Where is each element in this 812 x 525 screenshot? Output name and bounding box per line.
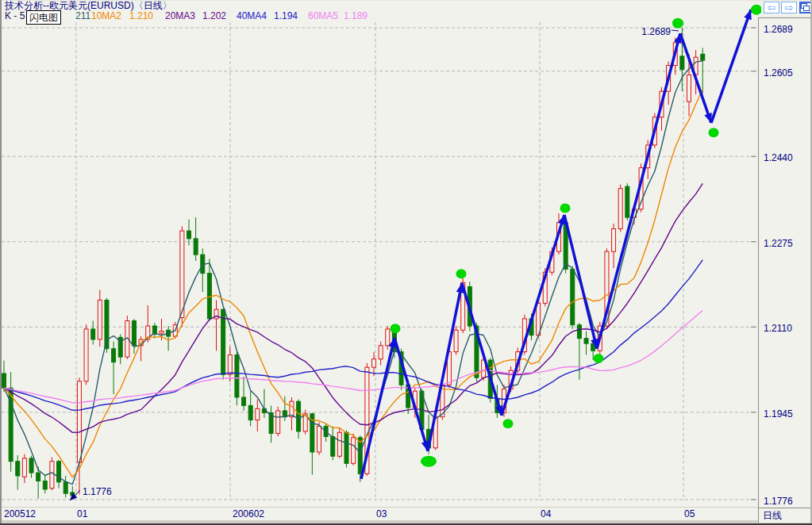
price-tick-label: 1.2605 [764,67,793,79]
month-tick-label: 01 [77,508,87,519]
pivot-dots [391,5,762,467]
left-arrow-icon: ⇦ [768,2,776,13]
flash-chart-tooltip: 闪电图 [26,10,61,25]
legend-k-label: K - 5 [5,11,25,21]
window-border-top [0,0,812,1]
price-tick-label: 1.2440 [764,152,793,163]
month-tick-label: 200602 [233,508,264,519]
legend-ma60-value: 1.189 [344,11,368,21]
month-tick-label: 200512 [4,508,36,519]
scroll-right-button[interactable]: ⇨ [781,2,797,13]
right-arrow-icon: ⇨ [785,2,794,13]
price-tick-label: 1.2689 [764,24,793,35]
grid [2,22,756,500]
indicator-legend: K - 5 211 10MA2 1.210 20MA3 1.202 40MA4 … [0,11,758,21]
month-tick-label: 05 [684,508,695,519]
svg-text:1.1776: 1.1776 [83,486,112,497]
window-border-left [0,0,2,525]
candles [2,28,705,500]
x-axis: 20051201200602030405 [2,507,758,519]
price-tick-label: 1.1945 [764,408,793,420]
svg-text:1.2689: 1.2689 [641,26,671,37]
month-tick-label: 04 [541,508,551,519]
moving-averages [4,61,702,485]
cascade-icon [801,3,810,12]
price-tick-label: 1.2275 [764,238,793,249]
scroll-left-button[interactable]: ⇦ [764,2,779,13]
legend-ma5-value: 211 [75,11,90,21]
legend-ma20-label: 20MA3 [165,11,195,21]
legend-ma10-label: 10MA2 [91,11,121,21]
price-tick-label: 1.2110 [764,323,792,334]
legend-ma10-value: 1.210 [129,11,153,21]
toolbar: ⇦ ⇨ [764,2,811,14]
period-label-box: 日线 [758,508,812,523]
chart-window: 技术分析--欧元美元(EURUSD)〈日线〉 K - 5 211 10MA2 1… [0,0,812,525]
legend-ma60-label: 60MA5 [308,11,338,21]
legend-ma40-label: 40MA4 [237,11,267,21]
legend-ma40-value: 1.194 [274,11,298,21]
period-label: 日线 [763,509,782,523]
legend-ma20-value: 1.202 [202,11,226,21]
price-axis-panel: 1.26891.26051.24401.22751.21101.19451.17… [758,17,812,508]
candlestick-chart[interactable]: 1.26891.1776 [2,2,761,506]
price-tick-label: 1.1776 [764,496,793,507]
month-tick-label: 03 [376,508,387,519]
